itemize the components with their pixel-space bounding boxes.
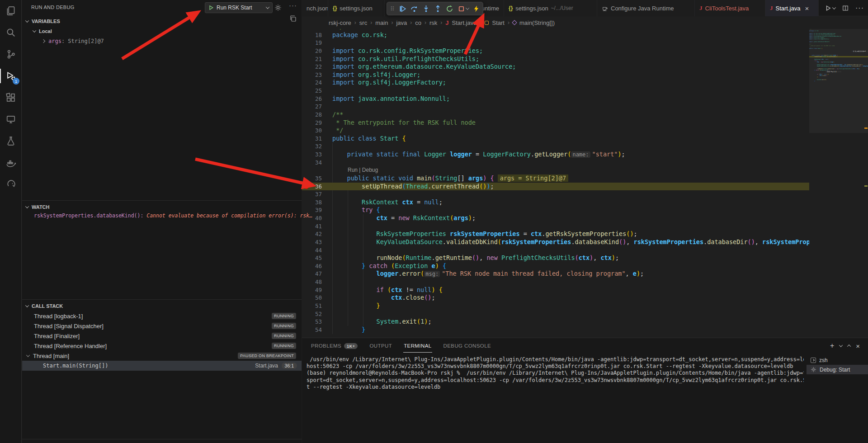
more-actions-icon[interactable]: ···	[855, 4, 864, 12]
gear-icon[interactable]	[274, 4, 282, 11]
line-number[interactable]: 28	[302, 111, 322, 119]
split-editor-icon[interactable]	[842, 5, 849, 11]
tab-terminal[interactable]: TERMINAL	[403, 339, 432, 353]
line-number[interactable]: 53	[302, 318, 322, 326]
line-number[interactable]: 41	[302, 222, 322, 231]
line-number[interactable]: 48	[302, 278, 322, 286]
code-line-39[interactable]: 39 try {	[302, 206, 809, 214]
code-line-38[interactable]: 38 RskContext ctx = null;	[302, 198, 809, 207]
new-terminal-icon[interactable]: +	[830, 342, 834, 350]
line-number[interactable]: 35	[302, 174, 322, 183]
line-number[interactable]: 50	[302, 294, 322, 302]
step-over-button[interactable]	[410, 5, 418, 13]
close-panel-icon[interactable]: ×	[856, 342, 860, 350]
docker-icon[interactable]	[0, 152, 22, 174]
run-and-debug-icon[interactable]: 1	[0, 65, 22, 87]
line-number[interactable]: 37	[302, 190, 322, 198]
line-number[interactable]: 20	[302, 47, 322, 55]
code-line-50[interactable]: 50 ctx.close();	[302, 294, 809, 302]
breadcrumb-symbol[interactable]: Start	[492, 19, 504, 26]
line-number[interactable]: 47	[302, 270, 322, 278]
line-number[interactable]: 31	[302, 135, 322, 143]
code-line-32[interactable]: 32	[302, 142, 809, 151]
terminal-output[interactable]: /usr/bin/env /Library/Internet\ Plug-Ins…	[307, 356, 804, 391]
code-line-47[interactable]: 47 logger.error(msg:"The RSK node main t…	[302, 270, 809, 278]
code-line-29[interactable]: 29 * The entrypoint for the RSK full nod…	[302, 119, 809, 127]
call-stack-thread-row[interactable]: Thread [main]PAUSED ON BREAKPOINT	[22, 351, 302, 361]
search-icon[interactable]	[0, 22, 22, 43]
code-line-45[interactable]: 45 runNode(Runtime.getRuntime(), new Pre…	[302, 254, 809, 262]
variables-section-header[interactable]: VARIABLES	[26, 16, 60, 26]
line-number[interactable]: 52	[302, 310, 322, 318]
code-line-53[interactable]: 53 System.exit(1);	[302, 318, 809, 326]
code-line-48[interactable]: 48	[302, 278, 809, 286]
call-stack-thread-row[interactable]: Thread [Signal Dispatcher]RUNNING	[22, 321, 302, 331]
breadcrumb-segment[interactable]: rsk	[429, 19, 437, 26]
launch-config-dropdown[interactable]: Run RSK Start	[205, 2, 273, 13]
line-number[interactable]: 25	[302, 87, 322, 95]
line-number[interactable]: 19	[302, 39, 322, 47]
line-number[interactable]: 18	[302, 31, 322, 39]
code-line-18[interactable]: 18package co.rsk;	[302, 31, 809, 39]
code-line-24[interactable]: 24import org.slf4j.LoggerFactory;	[302, 79, 809, 87]
code-line-43[interactable]: 43 KeyValueDataSource.validateDbKind(rsk…	[302, 238, 809, 246]
tab-configure-java-runtime[interactable]: Configure Java Runtime	[597, 0, 695, 16]
call-stack-section-header[interactable]: CALL STACK	[26, 301, 63, 311]
tab-start-java[interactable]: J Start.java ×	[765, 0, 819, 16]
code-line-28[interactable]: 28/**	[302, 111, 809, 119]
line-number[interactable]: 30	[302, 127, 322, 135]
breakpoints-section-header[interactable]: BREAKPOINTS	[22, 439, 302, 443]
tab-settings-json-user[interactable]: {} settings.json ~/.../User	[504, 0, 597, 16]
minimap[interactable]: */package co.rsk;import co.rsk.config.Rs…	[809, 29, 868, 338]
watch-section-header[interactable]: WATCH	[26, 202, 50, 212]
line-number[interactable]: 45	[302, 254, 322, 262]
call-stack-thread-row[interactable]: Thread [Finalizer]RUNNING	[22, 331, 302, 341]
code-line-35[interactable]: 35 public static void main(String[] args…	[302, 174, 809, 183]
variables-scope-local[interactable]: Local	[33, 26, 52, 36]
source-control-icon[interactable]	[0, 43, 22, 65]
copy-icon[interactable]	[289, 15, 297, 22]
more-actions-icon[interactable]: ···	[289, 1, 297, 9]
code-line-44[interactable]: 44	[302, 246, 809, 254]
tab-problems[interactable]: PROBLEMS 1K+	[311, 339, 358, 353]
run-file-button[interactable]	[825, 5, 835, 11]
line-number[interactable]: 51	[302, 302, 322, 310]
line-number[interactable]: 22	[302, 63, 322, 71]
code-line-27[interactable]: 27	[302, 103, 809, 111]
line-number[interactable]: 29	[302, 119, 322, 127]
breadcrumb-file[interactable]: Start.java	[452, 19, 477, 26]
code-line-52[interactable]: 52	[302, 310, 809, 318]
code-line-40[interactable]: 40 ctx = new RskContext(args);	[302, 214, 809, 222]
restart-button[interactable]	[446, 5, 453, 13]
code-line-34[interactable]: 34	[302, 159, 809, 167]
close-icon[interactable]: ×	[805, 5, 809, 12]
breadcrumb-segment[interactable]: main	[375, 19, 388, 26]
code-line-54[interactable]: 54 }	[302, 326, 809, 334]
line-number[interactable]: 38	[302, 198, 322, 207]
line-number[interactable]: 24	[302, 79, 322, 87]
step-into-button[interactable]	[422, 5, 430, 13]
code-line-23[interactable]: 23import org.slf4j.Logger;	[302, 71, 809, 79]
code-editor[interactable]: 17 */18package co.rsk;1920import co.rsk.…	[302, 29, 868, 338]
chevron-down-icon[interactable]	[839, 343, 843, 347]
line-number[interactable]: 43	[302, 238, 322, 246]
code-line-30[interactable]: 30 */	[302, 127, 809, 135]
code-line-42[interactable]: 42 RskSystemProperties rskSystemProperti…	[302, 230, 809, 238]
extensions-icon[interactable]	[0, 87, 22, 108]
drag-handle-icon[interactable]: ⠿	[390, 5, 395, 12]
stop-button[interactable]	[458, 5, 469, 13]
terminal-instance-debug-start[interactable]: Debug: Start	[807, 365, 868, 374]
line-number[interactable]: 23	[302, 71, 322, 79]
breadcrumb-segment[interactable]: java	[396, 19, 407, 26]
tab-settings-json[interactable]: {} settings.json	[328, 0, 385, 16]
remote-explorer-icon[interactable]	[0, 108, 22, 130]
codelens-run-debug[interactable]: Run | Debug	[302, 166, 809, 174]
code-line-20[interactable]: 20import co.rsk.config.RskSystemProperti…	[302, 47, 809, 55]
breadcrumb-segment[interactable]: rskj-core	[329, 19, 351, 26]
code-line-41[interactable]: 41	[302, 222, 809, 231]
watch-expression-row[interactable]: rskSystemProperties.databaseKind(): Cann…	[34, 212, 312, 219]
line-number[interactable]: 21	[302, 55, 322, 63]
code-line-51[interactable]: 51 }	[302, 302, 809, 310]
line-number[interactable]: 46	[302, 262, 322, 270]
tab-output[interactable]: OUTPUT	[369, 339, 392, 353]
